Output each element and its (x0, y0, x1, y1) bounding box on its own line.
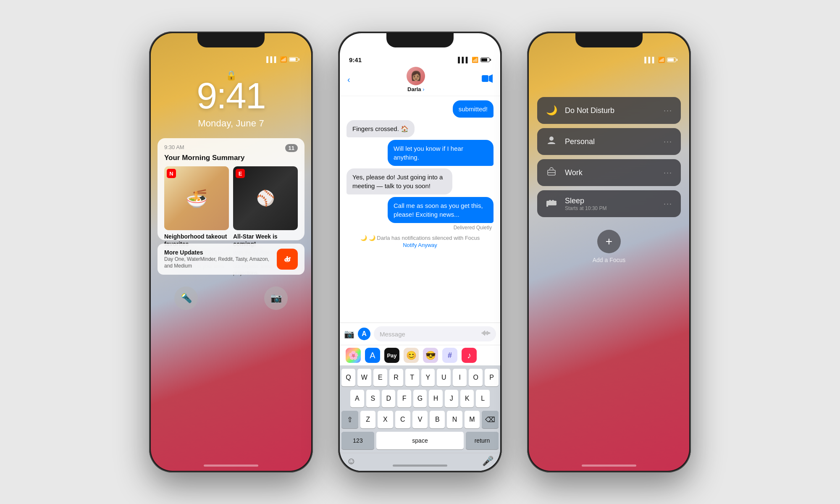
flashlight-button[interactable]: 🔦 (174, 286, 198, 310)
battery (480, 58, 491, 62)
appstore-icon[interactable]: A (358, 328, 370, 340)
svg-rect-14 (489, 332, 490, 334)
key-return[interactable]: return (466, 432, 499, 449)
key-t[interactable]: T (405, 369, 419, 386)
key-x[interactable]: X (378, 411, 393, 428)
more-updates-title: More Updates (164, 249, 277, 256)
memoji-icon[interactable]: 😊 (404, 348, 419, 363)
home-bar[interactable] (393, 465, 447, 467)
key-delete[interactable]: ⌫ (482, 411, 499, 428)
svg-rect-6 (482, 75, 488, 82)
applepay-icon[interactable]: Pay (384, 348, 399, 363)
personal-options-button[interactable]: ··· (664, 137, 672, 146)
focus-item-sleep[interactable]: Sleep Starts at 10:30 PM ··· (537, 190, 681, 217)
key-y[interactable]: Y (421, 369, 435, 386)
key-n[interactable]: N (447, 411, 462, 428)
key-o[interactable]: O (469, 369, 483, 386)
news-badge: N (167, 169, 176, 178)
reddit-icon (277, 249, 298, 270)
svg-rect-12 (487, 331, 488, 335)
hashtag-icon[interactable]: # (442, 348, 457, 363)
memoji2-icon[interactable]: 😎 (423, 348, 438, 363)
sleep-label: Sleep (565, 197, 606, 205)
svg-rect-21 (549, 200, 551, 202)
key-z[interactable]: Z (360, 411, 375, 428)
home-bar[interactable] (204, 465, 258, 467)
more-updates-card[interactable]: More Updates Day One, WaterMinder, Reddi… (158, 244, 304, 275)
key-e[interactable]: E (373, 369, 387, 386)
key-f[interactable]: F (397, 390, 411, 407)
keyboard[interactable]: Q W E R T Y U I O P A S D F G (340, 365, 500, 471)
key-k[interactable]: K (460, 390, 474, 407)
message-input-field[interactable]: Message (374, 326, 496, 341)
notify-anyway-button[interactable]: Notify Anyway (403, 242, 437, 248)
key-d[interactable]: D (382, 390, 395, 407)
msg-header: ‹ 👩🏽 Darla › (340, 67, 500, 96)
key-123[interactable]: 123 (341, 432, 374, 449)
keyboard-row-4: 123 space return (341, 432, 499, 449)
video-call-button[interactable] (482, 74, 493, 85)
msg-bubble-received-1: Fingers crossed. 🏠 (346, 120, 415, 137)
key-l[interactable]: L (476, 390, 489, 407)
notif-time: 9:30 AM (164, 144, 184, 150)
key-q[interactable]: Q (341, 369, 355, 386)
camera-icon[interactable]: 📷 (344, 329, 354, 339)
camera-button[interactable]: 📷 (264, 286, 288, 310)
key-j[interactable]: J (445, 390, 458, 407)
baseball-image: ⚾ E (233, 166, 298, 230)
svg-point-15 (549, 136, 554, 141)
dnd-options-button[interactable]: ··· (664, 106, 672, 115)
key-s[interactable]: S (366, 390, 380, 407)
key-p[interactable]: P (485, 369, 499, 386)
keyboard-row-2: A S D F G H J K L (341, 390, 499, 407)
focus-item-personal[interactable]: Personal ··· (537, 128, 681, 155)
key-i[interactable]: I (453, 369, 467, 386)
keyboard-row-3: ⇧ Z X C V B N M ⌫ (341, 411, 499, 428)
photos-icon[interactable]: 🌸 (346, 348, 361, 363)
delivered-status: Delivered Quietly (346, 225, 492, 231)
morning-summary-card[interactable]: 9:30 AM 11 Your Morning Summary 🍜 N Neig… (158, 138, 304, 240)
emoji-button[interactable]: ☺ (346, 456, 356, 467)
notif-badge: 11 (285, 144, 298, 152)
msg-bubble-sent-3: Call me as soon as you get this, please!… (388, 197, 494, 223)
svg-point-5 (289, 257, 291, 259)
dnd-label: Do Not Disturb (565, 106, 614, 115)
work-options-button[interactable]: ··· (664, 168, 672, 177)
key-v[interactable]: V (412, 411, 428, 428)
msg-bubble-sent-1: submitted! (453, 100, 494, 118)
notch (575, 33, 643, 47)
svg-rect-8 (482, 332, 483, 334)
food-image: 🍜 N (164, 166, 229, 230)
back-button[interactable]: ‹ (347, 75, 350, 84)
add-focus-label: Add a Focus (593, 257, 626, 263)
status-icons: ▌▌▌ 📶 (458, 57, 491, 63)
focus-item-dnd[interactable]: 🌙 Do Not Disturb ··· (537, 97, 681, 124)
key-c[interactable]: C (395, 411, 410, 428)
key-w[interactable]: W (357, 369, 371, 386)
key-u[interactable]: U (437, 369, 451, 386)
key-r[interactable]: R (389, 369, 403, 386)
battery-icon (289, 57, 299, 62)
work-label: Work (565, 168, 583, 177)
notif-images: 🍜 N Neighborhood takeout favorites Need … (164, 166, 298, 230)
appstore-strip-icon[interactable]: A (365, 348, 380, 363)
key-g[interactable]: G (413, 390, 427, 407)
msg-bubble-received-2: Yes, please do! Just going into a meetin… (346, 168, 452, 194)
focus-item-work[interactable]: Work ··· (537, 159, 681, 186)
key-h[interactable]: H (429, 390, 442, 407)
signal-bars: ▌▌▌ (458, 57, 470, 63)
key-b[interactable]: B (430, 411, 445, 428)
key-a[interactable]: A (350, 390, 364, 407)
svg-marker-7 (489, 74, 493, 83)
key-shift[interactable]: ⇧ (341, 411, 358, 428)
music-icon[interactable]: ♪ (462, 348, 477, 363)
add-focus-button[interactable]: + (597, 230, 621, 253)
key-space[interactable]: space (376, 432, 464, 449)
home-bar[interactable] (582, 465, 636, 467)
microphone-button[interactable]: 🎤 (482, 456, 494, 467)
contact-info[interactable]: 👩🏽 Darla › (407, 67, 425, 92)
status-time: 9:41 (349, 56, 362, 63)
svg-rect-20 (546, 201, 556, 203)
key-m[interactable]: M (465, 411, 480, 428)
sleep-options-button[interactable]: ··· (664, 200, 672, 208)
